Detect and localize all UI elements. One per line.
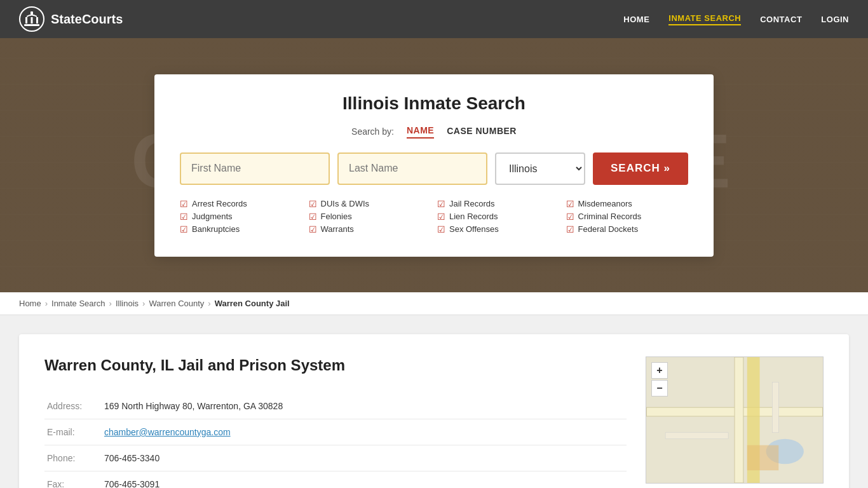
map-zoom-in[interactable]: + bbox=[651, 362, 668, 379]
content-left: Warren County, IL Jail and Prison System… bbox=[44, 356, 627, 488]
info-label: E-mail: bbox=[44, 419, 102, 445]
check-item: ☑Sex Offenses bbox=[437, 224, 560, 234]
last-name-input[interactable] bbox=[337, 152, 487, 185]
state-select[interactable]: Illinois Alabama Alaska Arizona Georgia bbox=[495, 152, 585, 185]
breadcrumb-link[interactable]: Inmate Search bbox=[51, 299, 105, 308]
breadcrumb-separator: › bbox=[142, 299, 145, 308]
check-item: ☑Jail Records bbox=[437, 199, 560, 209]
breadcrumb-current: Warren County Jail bbox=[215, 299, 290, 308]
main-nav: HOME INMATE SEARCH CONTACT LOGIN bbox=[623, 13, 849, 25]
logo-text: StateCourts bbox=[51, 12, 123, 27]
info-value: 706-465-3091 bbox=[102, 471, 627, 489]
hero-section: COURTHOUSE Illinois Inmate Search Search… bbox=[0, 38, 868, 292]
check-icon: ☑ bbox=[309, 224, 317, 234]
site-header: StateCourts HOME INMATE SEARCH CONTACT L… bbox=[0, 0, 868, 38]
info-value: chamber@warrencountyga.com bbox=[102, 419, 627, 445]
check-icon: ☑ bbox=[180, 224, 188, 234]
breadcrumb-link[interactable]: Home bbox=[19, 299, 41, 308]
check-label: Jail Records bbox=[449, 199, 495, 208]
nav-home[interactable]: HOME bbox=[623, 15, 649, 24]
breadcrumb: Home›Inmate Search›Illinois›Warren Count… bbox=[0, 292, 868, 315]
svg-rect-9 bbox=[665, 433, 728, 439]
svg-rect-4 bbox=[36, 17, 38, 24]
check-item: ☑Misdemeanors bbox=[566, 199, 689, 209]
map-zoom-out[interactable]: − bbox=[651, 380, 668, 396]
search-button[interactable]: SEARCH » bbox=[593, 152, 688, 185]
breadcrumb-separator: › bbox=[45, 299, 48, 308]
check-icon: ☑ bbox=[309, 199, 317, 209]
main-content: Warren County, IL Jail and Prison System… bbox=[0, 315, 868, 488]
nav-contact[interactable]: CONTACT bbox=[760, 15, 802, 24]
svg-rect-1 bbox=[31, 11, 33, 15]
tab-case-number[interactable]: CASE NUMBER bbox=[447, 126, 517, 138]
check-label: Sex Offenses bbox=[449, 224, 499, 234]
check-label: Judgments bbox=[192, 212, 233, 221]
search-by-label: Search by: bbox=[351, 126, 394, 137]
breadcrumb-link[interactable]: Warren County bbox=[149, 299, 204, 308]
info-row: E-mail:chamber@warrencountyga.com bbox=[44, 419, 627, 445]
nav-inmate-search[interactable]: INMATE SEARCH bbox=[668, 13, 741, 25]
search-card-title: Illinois Inmate Search bbox=[180, 93, 688, 114]
map-container: + − bbox=[646, 356, 824, 488]
check-icon: ☑ bbox=[180, 212, 188, 222]
map-controls: + − bbox=[651, 362, 668, 396]
check-icon: ☑ bbox=[437, 224, 445, 234]
search-card: Illinois Inmate Search Search by: NAME C… bbox=[154, 74, 714, 257]
check-icon: ☑ bbox=[437, 199, 445, 209]
info-row: Address:169 North Highway 80, Warrenton,… bbox=[44, 393, 627, 419]
tab-name[interactable]: NAME bbox=[407, 125, 434, 139]
info-label: Fax: bbox=[44, 471, 102, 489]
check-label: Felonies bbox=[321, 212, 352, 221]
check-icon: ☑ bbox=[180, 199, 188, 209]
svg-rect-8 bbox=[735, 357, 743, 483]
check-item: ☑Federal Dockets bbox=[566, 224, 689, 234]
info-value: 169 North Highway 80, Warrenton, GA 3082… bbox=[102, 393, 627, 419]
first-name-input[interactable] bbox=[180, 152, 330, 185]
svg-rect-3 bbox=[31, 17, 33, 24]
check-item: ☑Lien Records bbox=[437, 212, 560, 222]
map-svg bbox=[646, 357, 823, 483]
check-item: ☑Felonies bbox=[309, 212, 431, 222]
content-card: Warren County, IL Jail and Prison System… bbox=[19, 334, 849, 488]
check-icon: ☑ bbox=[566, 224, 574, 234]
check-label: Lien Records bbox=[449, 212, 498, 221]
check-icon: ☑ bbox=[566, 199, 574, 209]
check-icon: ☑ bbox=[437, 212, 445, 222]
check-icon: ☑ bbox=[566, 212, 574, 222]
check-label: Criminal Records bbox=[578, 212, 642, 221]
info-row: Phone:706-465-3340 bbox=[44, 445, 627, 471]
info-value: 706-465-3340 bbox=[102, 445, 627, 471]
svg-rect-10 bbox=[772, 383, 778, 433]
search-by-row: Search by: NAME CASE NUMBER bbox=[180, 125, 688, 139]
check-label: Misdemeanors bbox=[578, 199, 632, 208]
check-label: Bankruptcies bbox=[192, 224, 240, 234]
check-item: ☑Judgments bbox=[180, 212, 302, 222]
check-item: ☑Arrest Records bbox=[180, 199, 302, 209]
check-item: ☑Bankruptcies bbox=[180, 224, 302, 234]
check-item: ☑Criminal Records bbox=[566, 212, 689, 222]
check-icon: ☑ bbox=[309, 212, 317, 222]
check-label: Arrest Records bbox=[192, 199, 247, 208]
check-label: Warrants bbox=[321, 224, 354, 234]
svg-rect-2 bbox=[25, 17, 27, 24]
svg-rect-13 bbox=[747, 445, 779, 471]
check-item: ☑DUIs & DWIs bbox=[309, 199, 431, 209]
nav-login[interactable]: LOGIN bbox=[821, 15, 849, 24]
info-table: Address:169 North Highway 80, Warrenton,… bbox=[44, 393, 627, 488]
logo[interactable]: StateCourts bbox=[19, 6, 123, 32]
breadcrumb-link[interactable]: Illinois bbox=[116, 299, 139, 308]
info-row: Fax:706-465-3091 bbox=[44, 471, 627, 489]
logo-icon bbox=[19, 6, 44, 32]
info-label: Address: bbox=[44, 393, 102, 419]
checkboxes-grid: ☑Arrest Records☑DUIs & DWIs☑Jail Records… bbox=[180, 199, 688, 234]
svg-rect-5 bbox=[24, 24, 39, 26]
check-label: DUIs & DWIs bbox=[321, 199, 370, 208]
search-fields: Illinois Alabama Alaska Arizona Georgia … bbox=[180, 152, 688, 185]
breadcrumb-separator: › bbox=[208, 299, 210, 308]
content-title: Warren County, IL Jail and Prison System bbox=[44, 356, 627, 374]
breadcrumb-separator: › bbox=[109, 299, 112, 308]
info-link[interactable]: chamber@warrencountyga.com bbox=[104, 427, 231, 437]
map-area: + − bbox=[646, 356, 824, 484]
info-label: Phone: bbox=[44, 445, 102, 471]
check-label: Federal Dockets bbox=[578, 224, 639, 234]
